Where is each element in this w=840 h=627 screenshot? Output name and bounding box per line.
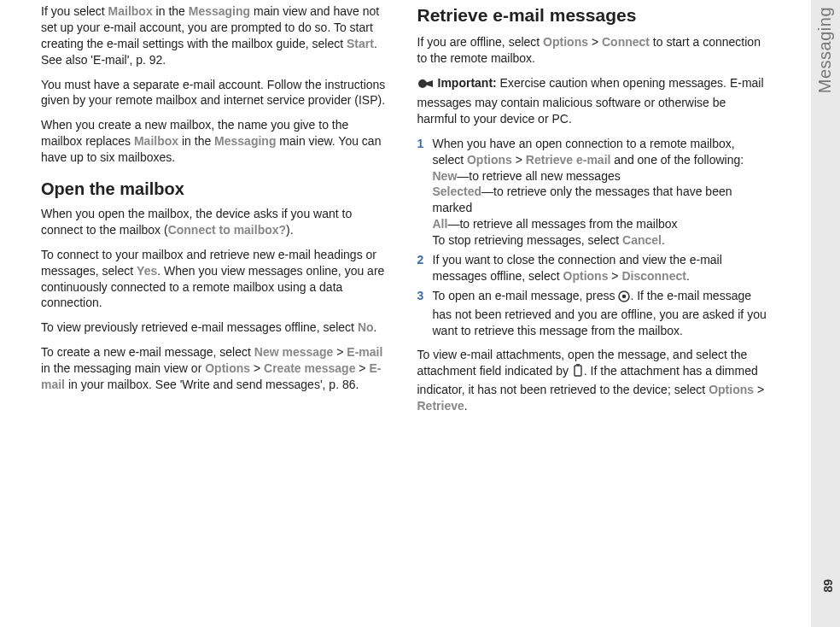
text: If you are offline, select xyxy=(417,35,544,49)
attachment-icon xyxy=(572,364,584,382)
ui-term: Disconnect xyxy=(621,269,685,283)
text: ). xyxy=(286,223,294,237)
ui-term: E-mail xyxy=(347,345,382,359)
paragraph: To connect to your mailbox and retrieve … xyxy=(41,247,392,312)
svg-point-2 xyxy=(622,295,627,299)
ui-term: Options xyxy=(563,269,609,283)
text: > xyxy=(333,345,347,359)
ui-term: No xyxy=(358,320,374,334)
ui-term: Options xyxy=(543,35,588,49)
paragraph: If you are offline, select Options > Con… xyxy=(417,34,768,67)
text: . xyxy=(686,269,690,283)
text: and one of the following: xyxy=(610,153,744,167)
paragraph: To view e-mail attachments, open the mes… xyxy=(417,347,768,414)
paragraph: To create a new e-mail message, select N… xyxy=(41,344,392,393)
ui-term: Retrieve xyxy=(417,399,464,413)
svg-rect-3 xyxy=(575,366,581,376)
step-item: If you want to close the connection and … xyxy=(417,252,768,284)
ui-term: Yes xyxy=(137,264,157,278)
text: . xyxy=(464,399,468,413)
ui-term: New message xyxy=(254,345,334,359)
text: To create a new e-mail message, select xyxy=(41,345,254,359)
step-item: When you have an open connection to a re… xyxy=(417,136,768,249)
text: in your mailbox. See 'Write and send mes… xyxy=(65,378,359,391)
ui-term: Connect xyxy=(602,35,650,49)
text: If you select xyxy=(41,4,108,18)
heading-open-mailbox: Open the mailbox xyxy=(41,178,392,201)
text: in the messaging main view or xyxy=(41,361,205,375)
ui-term: Options xyxy=(205,361,250,375)
ui-term: Selected xyxy=(433,185,482,198)
step-item: To open an e-mail message, press . If th… xyxy=(417,288,768,339)
paragraph: When you open the mailbox, the device as… xyxy=(41,206,392,238)
important-note: Important: Exercise caution when opening… xyxy=(417,75,768,127)
text: —to retrieve all new messages xyxy=(457,169,620,183)
ui-term: Options xyxy=(709,383,754,396)
ui-term: Create message xyxy=(264,361,355,375)
ui-term: Mailbox xyxy=(108,4,153,18)
ui-term: Messaging xyxy=(214,134,276,148)
text: > xyxy=(512,153,526,167)
text: To view previously retrieved e-mail mess… xyxy=(41,320,358,334)
scroll-key-icon xyxy=(618,290,630,307)
text: . xyxy=(662,233,665,247)
ui-term: New xyxy=(433,169,458,183)
heading-retrieve-email: Retrieve e-mail messages xyxy=(417,3,768,27)
ui-term: Options xyxy=(467,153,512,167)
text: > xyxy=(355,361,369,375)
ui-term: All xyxy=(433,217,448,231)
paragraph: When you create a new mailbox, the name … xyxy=(41,117,392,166)
text: > xyxy=(754,383,764,396)
paragraph: If you select Mailbox in the Messaging m… xyxy=(41,3,392,68)
important-label: Important: xyxy=(438,76,497,90)
chapter-name: Messaging xyxy=(815,7,835,93)
important-icon xyxy=(417,77,435,95)
content-columns: If you select Mailbox in the Messaging m… xyxy=(0,0,840,431)
steps-list: When you have an open connection to a re… xyxy=(417,136,768,339)
manual-page: Messaging 89 Draft If you select Mailbox… xyxy=(0,0,840,627)
ui-term: Messaging xyxy=(189,4,250,18)
text: in the xyxy=(153,4,189,18)
left-column: If you select Mailbox in the Messaging m… xyxy=(41,3,392,423)
text: > xyxy=(608,269,621,283)
right-column: Retrieve e-mail messages If you are offl… xyxy=(417,3,768,423)
text: To stop retrieving messages, select xyxy=(433,233,623,247)
text: . xyxy=(374,320,377,334)
paragraph: You must have a separate e-mail account.… xyxy=(41,77,392,109)
page-number: 89 xyxy=(821,579,835,593)
ui-term: Cancel xyxy=(622,233,662,247)
ui-term: Start xyxy=(347,37,374,50)
text: To open an e-mail message, press xyxy=(433,289,619,302)
draft-watermark: Draft xyxy=(0,488,5,542)
ui-term: Mailbox xyxy=(134,134,178,148)
text: in the xyxy=(178,134,214,148)
ui-term: Connect to mailbox? xyxy=(168,223,286,237)
text: > xyxy=(250,361,264,375)
ui-term: Retrieve e-mail xyxy=(526,153,611,167)
text: > xyxy=(588,35,602,49)
paragraph: To view previously retrieved e-mail mess… xyxy=(41,319,392,336)
text: —to retrieve all messages from the mailb… xyxy=(447,217,677,231)
